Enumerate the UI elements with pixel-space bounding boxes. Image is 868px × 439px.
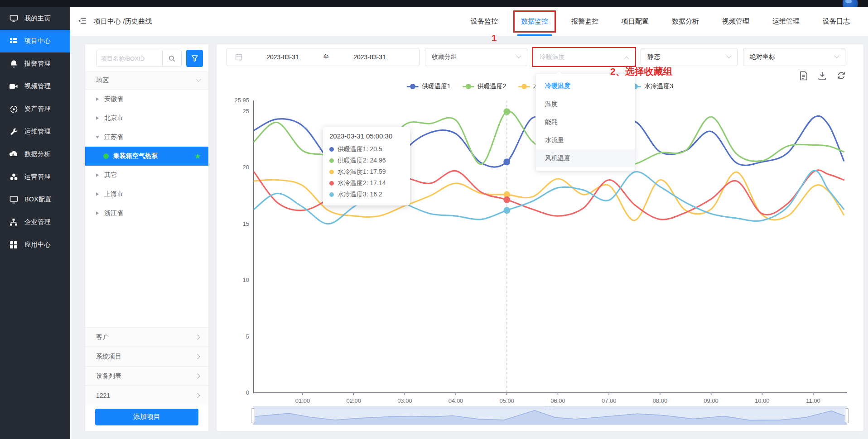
tree-caret-icon[interactable] (96, 97, 99, 101)
top-tabs: 设备监控数据监控 报警监控项目配置数据分析视频管理运维管理设备日志 (470, 7, 851, 36)
tree-node-江苏省[interactable]: 江苏省 (85, 128, 208, 147)
legend-label: 供暖温度1 (422, 82, 451, 91)
dropdown-option-冷暖温度[interactable]: 冷暖温度 (536, 77, 635, 95)
svg-text:25.95: 25.95 (234, 97, 249, 104)
apps-icon (9, 240, 18, 249)
sidebar-item-label: 运营管理 (24, 173, 51, 181)
svg-text:10:00: 10:00 (755, 397, 770, 404)
section-系统项目[interactable]: 系统项目 (85, 347, 208, 366)
dropdown-option-风机温度[interactable]: 风机温度 (536, 149, 635, 167)
tab-数据监控[interactable]: 数据监控 (520, 14, 549, 29)
favorite-star-icon[interactable]: ★ (194, 152, 201, 161)
sidebar-item-报警管理[interactable]: 报警管理 (0, 52, 70, 75)
tab-label: 视频管理 (722, 17, 749, 25)
tree-caret-icon[interactable] (96, 116, 99, 120)
series-color-dot (329, 192, 334, 197)
tooltip-timestamp: 2023-03-31 05:00:30 (329, 132, 404, 140)
tree-node-上海市[interactable]: 上海市 (85, 185, 208, 204)
svg-text:25: 25 (243, 108, 249, 115)
section-客户[interactable]: 客户 (85, 327, 208, 347)
sidebar-item-运营管理[interactable]: 运营管理 (0, 166, 70, 188)
box-icon (9, 195, 18, 204)
tab-运维管理[interactable]: 运维管理 (772, 14, 800, 29)
sidebar-item-label: 应用中心 (24, 241, 51, 249)
sidebar-item-数据分析[interactable]: 数据分析 (0, 143, 70, 166)
tab-设备监控[interactable]: 设备监控 (470, 14, 499, 29)
sidebar-item-label: 报警管理 (24, 60, 51, 68)
sidebar-item-label: 视频管理 (24, 82, 51, 91)
svg-text:06:00: 06:00 (550, 397, 565, 404)
tab-报警监控[interactable]: 报警监控 (570, 14, 599, 29)
tooltip-row-text: 供暖温度2: 24.96 (338, 157, 386, 165)
add-project-button[interactable]: 添加项目 (95, 409, 198, 425)
tree-node-label: 北京市 (104, 114, 123, 122)
search-button[interactable] (162, 50, 181, 67)
tooltip-row-text: 供暖温度1: 20.5 (338, 145, 382, 153)
sidebar-item-企业管理[interactable]: 企业管理 (0, 211, 70, 234)
chart-toolbar (798, 71, 846, 81)
datazoom-grip-icon[interactable]: ⋮⋮⋮ (544, 407, 556, 410)
svg-text:03:00: 03:00 (397, 397, 412, 404)
tree-node-北京市[interactable]: 北京市 (85, 109, 208, 128)
search-input[interactable] (96, 50, 162, 67)
section-label: 系统项目 (96, 353, 121, 361)
datazoom-slider[interactable]: ⋮⋮⋮ (253, 406, 847, 425)
sidebar-item-BOX配置[interactable]: BOX配置 (0, 188, 70, 211)
dropdown-option-水流量[interactable]: 水流量 (536, 131, 635, 149)
tree-caret-icon[interactable] (96, 192, 99, 196)
tab-label: 数据分析 (672, 17, 699, 25)
dropdown-option-能耗[interactable]: 能耗 (536, 113, 635, 131)
sidebar-item-我的主页[interactable]: 我的主页 (0, 7, 70, 30)
legend-item-供暖温度2[interactable]: 供暖温度2 (463, 82, 506, 91)
sidebar-item-label: 运维管理 (24, 128, 51, 136)
tab-数据分析[interactable]: 数据分析 (671, 14, 700, 29)
crosshair-point-水冷温度2 (504, 197, 510, 203)
refresh-icon[interactable] (836, 71, 846, 81)
filter-button[interactable] (186, 50, 203, 67)
section-1221[interactable]: 1221 (85, 386, 208, 405)
tree-node-label: 安徽省 (104, 95, 123, 103)
data-view-icon[interactable] (798, 71, 808, 81)
series-color-dot (329, 181, 334, 186)
tooltip-row-text: 水冷温度3: 16.2 (338, 191, 382, 199)
annotation-step2: 2、选择收藏组 (610, 65, 673, 78)
legend-item-供暖温度1[interactable]: 供暖温度1 (407, 82, 451, 91)
section-label: 1221 (96, 392, 110, 399)
annotation-step1: 1 (492, 33, 497, 43)
sidebar-item-应用中心[interactable]: 应用中心 (0, 234, 70, 256)
datazoom-right-handle[interactable] (845, 408, 849, 423)
tree-node-浙江省[interactable]: 浙江省 (85, 204, 208, 223)
datazoom-left-handle[interactable] (251, 408, 255, 423)
sidebar-item-label: 资产管理 (24, 105, 51, 113)
tooltip-row-水冷温度1: 水冷温度1: 17.59 (329, 166, 404, 177)
tab-label: 设备日志 (823, 17, 850, 25)
tree-caret-icon[interactable] (96, 136, 99, 138)
download-icon[interactable] (817, 71, 827, 81)
collapse-menu-icon[interactable] (78, 17, 87, 26)
chart-tooltip: 2023-03-31 05:00:30 供暖温度1: 20.5 供暖温度2: 2… (323, 127, 410, 205)
user-avatar[interactable] (843, 0, 858, 7)
sidebar-item-运维管理[interactable]: 运维管理 (0, 120, 70, 143)
dropdown-option-温度[interactable]: 温度 (536, 95, 635, 113)
section-设备列表[interactable]: 设备列表 (85, 366, 208, 386)
tree-header-region[interactable]: 地区 (85, 72, 208, 90)
legend-label: 水冷温度3 (644, 82, 673, 91)
sidebar-item-项目中心[interactable]: 项目中心 (0, 30, 70, 52)
sidebar-item-视频管理[interactable]: 视频管理 (0, 75, 70, 98)
tree-node-安徽省[interactable]: 安徽省 (85, 90, 208, 109)
tree-node-其它[interactable]: 其它 (85, 166, 208, 185)
tree-caret-icon[interactable] (96, 211, 99, 215)
tab-视频管理[interactable]: 视频管理 (721, 14, 750, 29)
sidebar-item-资产管理[interactable]: 资产管理 (0, 98, 70, 120)
tree-node-集装箱空气热泵[interactable]: 集装箱空气热泵 ★ (85, 147, 208, 166)
tab-项目配置[interactable]: 项目配置 (621, 14, 650, 29)
legend-item-水冷温度3[interactable]: 水冷温度3 (629, 82, 673, 91)
active-tab-indicator (517, 34, 552, 36)
svg-text:09:00: 09:00 (704, 397, 719, 404)
legend-marker (463, 84, 474, 89)
tree-node-label: 其它 (104, 171, 117, 179)
tree-caret-icon[interactable] (96, 173, 99, 177)
tab-设备日志[interactable]: 设备日志 (822, 14, 851, 29)
legend-label: 供暖温度2 (477, 82, 506, 91)
video-icon (9, 82, 18, 91)
